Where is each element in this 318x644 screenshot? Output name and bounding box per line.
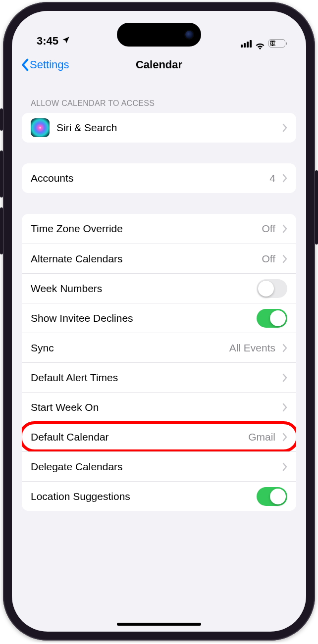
status-time: 3:45 [37, 35, 58, 48]
chevron-left-icon [21, 58, 29, 71]
row-label: Delegate Calendars [31, 461, 275, 473]
battery-percent: 39 [269, 41, 275, 47]
cell-signal-icon [241, 40, 252, 48]
battery-icon: 39 [268, 39, 285, 48]
row-location-suggestions[interactable]: Location Suggestions [22, 481, 296, 511]
screen: 3:45 39 [12, 11, 306, 632]
phone-frame: 3:45 39 [3, 2, 315, 641]
chevron-right-icon [282, 403, 287, 412]
row-label: Default Calendar [31, 431, 241, 443]
volume-up-button [0, 150, 3, 198]
row-alternate-calendars[interactable]: Alternate Calendars Off [22, 244, 296, 273]
dynamic-island [117, 23, 201, 47]
row-value: Off [262, 223, 275, 235]
row-label: Week Numbers [31, 283, 250, 295]
back-button[interactable]: Settings [21, 58, 69, 71]
siri-icon [31, 118, 50, 137]
row-default-alert-times[interactable]: Default Alert Times [22, 362, 296, 392]
row-sync[interactable]: Sync All Events [22, 333, 296, 362]
row-delegate-calendars[interactable]: Delegate Calendars [22, 451, 296, 481]
row-label: Location Suggestions [31, 491, 250, 502]
chevron-right-icon [282, 174, 287, 183]
wifi-icon [255, 40, 265, 48]
row-label: Default Alert Times [31, 372, 275, 384]
row-value: 4 [269, 172, 275, 184]
row-label: Start Week On [31, 401, 275, 413]
chevron-right-icon [282, 254, 287, 263]
chevron-right-icon [282, 224, 287, 233]
row-default-calendar[interactable]: Default Calendar Gmail [22, 422, 296, 451]
row-show-invitee-declines[interactable]: Show Invitee Declines [22, 303, 296, 333]
volume-down-button [0, 207, 3, 254]
location-arrow-icon [61, 35, 70, 48]
row-time-zone-override[interactable]: Time Zone Override Off [22, 214, 296, 244]
row-label: Accounts [31, 172, 263, 184]
back-label: Settings [30, 58, 69, 71]
row-label: Alternate Calendars [31, 253, 255, 265]
row-label: Sync [31, 342, 222, 354]
row-week-numbers[interactable]: Week Numbers [22, 273, 296, 303]
nav-bar: Settings Calendar [12, 50, 306, 79]
row-siri-search[interactable]: Siri & Search [22, 113, 296, 143]
row-accounts[interactable]: Accounts 4 [22, 163, 296, 193]
chevron-right-icon [282, 123, 287, 132]
home-indicator[interactable] [117, 623, 201, 626]
row-value: Off [262, 253, 275, 265]
mute-switch [0, 108, 3, 131]
power-button [315, 170, 318, 245]
toggle-invitee-declines[interactable] [257, 309, 287, 328]
section-header-access: ALLOW CALENDAR TO ACCESS [22, 79, 296, 113]
toggle-location-suggestions[interactable] [257, 487, 287, 506]
front-camera-icon [185, 31, 193, 39]
row-label: Siri & Search [56, 122, 275, 134]
chevron-right-icon [282, 462, 287, 471]
chevron-right-icon [282, 344, 287, 352]
chevron-right-icon [282, 373, 287, 382]
toggle-week-numbers[interactable] [257, 279, 287, 298]
row-value: All Events [229, 342, 275, 354]
row-value: Gmail [248, 431, 275, 443]
row-label: Time Zone Override [31, 223, 255, 235]
row-label: Show Invitee Declines [31, 312, 250, 324]
row-start-week-on[interactable]: Start Week On [22, 392, 296, 422]
chevron-right-icon [282, 433, 287, 442]
